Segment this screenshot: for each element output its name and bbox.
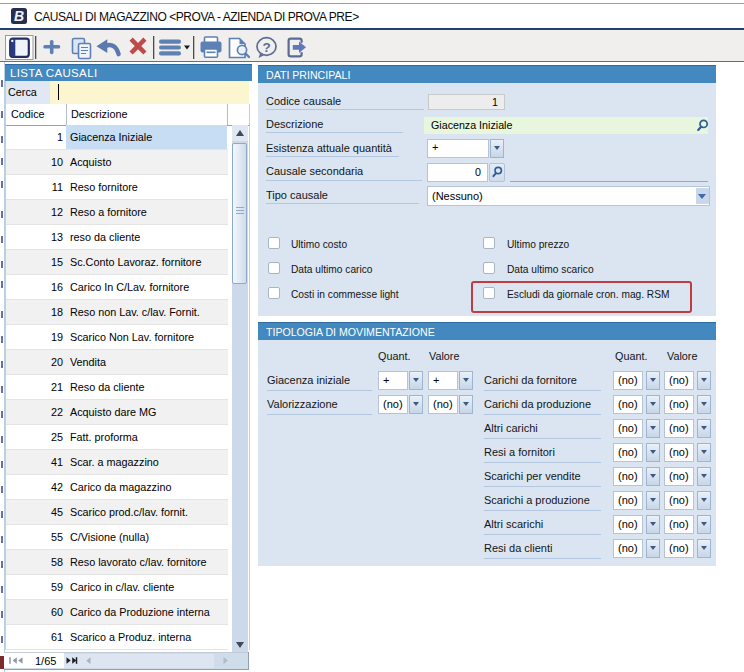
svg-text:?: ? <box>262 40 270 55</box>
